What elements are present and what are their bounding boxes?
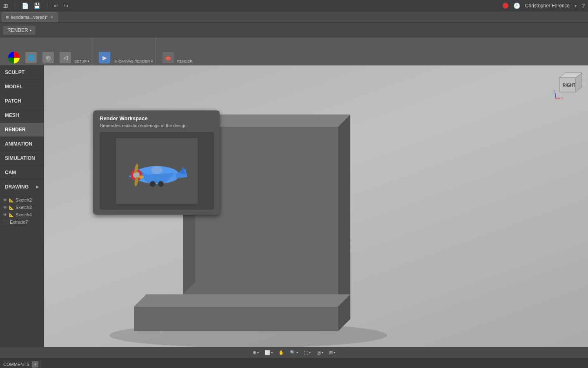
move-tool-btn[interactable]: ⊕ ▾ (251, 349, 261, 356)
svg-marker-5 (134, 294, 350, 307)
bottom-toolbar: ⊕ ▾ ⬜ ▾ ✋ 🔍 ▾ ⛶ ▾ 🖥 ▾ ⊞ ▾ (0, 347, 588, 358)
render-tool[interactable]: 🫖 (160, 50, 176, 65)
eye-icon-sketch4: 👁 (3, 213, 7, 217)
user-arrow[interactable]: ▾ (575, 4, 577, 8)
tree-section: 👁 📐 Sketch2 👁 📐 Sketch3 👁 📐 Sketch4 ⬛ Ex… (0, 194, 44, 226)
grid-icon[interactable]: ⊞ (3, 2, 8, 9)
sidebar-item-drawing[interactable]: DRAWING ▶ (0, 180, 44, 194)
sidebar-item-sculpt[interactable]: SCULPT (0, 65, 44, 80)
mesh-label: MESH (5, 112, 19, 118)
sketch-icon-sketch4: 📐 (9, 213, 14, 217)
eye-icon-sketch2: 👁 (3, 198, 7, 202)
display-icon: 🖥 (316, 350, 321, 355)
sidebar-item-mesh[interactable]: MESH (0, 108, 44, 123)
fit-icon: ⛶ (304, 350, 308, 355)
tooltip-title: Render Workspace (100, 115, 213, 121)
sidebar-item-render[interactable]: RENDER (0, 123, 44, 137)
sidebar-item-patch[interactable]: PATCH (0, 94, 44, 108)
fit-tool-btn[interactable]: ⛶ ▾ (302, 350, 312, 356)
tree-row-sketch3[interactable]: 👁 📐 Sketch3 (0, 204, 44, 211)
workspace-selector[interactable]: RENDER ▾ (3, 26, 36, 35)
display-arrow[interactable]: ▾ (322, 351, 323, 355)
extrude7-label: Extrude7 (10, 220, 28, 224)
frame-tool-btn[interactable]: ⬜ ▾ (263, 349, 274, 356)
viewcube[interactable]: RIGHT Z X (551, 70, 584, 102)
pan-icon: ✋ (278, 350, 284, 355)
environment-tool[interactable]: ◎ (40, 50, 56, 65)
topbar-right: 🕐 Christopher Ference ▾ ? (503, 2, 585, 9)
topbar-sep2 (47, 2, 47, 9)
render-icon: 🫖 (163, 52, 174, 63)
incanvas-tool[interactable]: ▶ (96, 50, 113, 65)
scene-icon: 🌐 (25, 52, 37, 63)
file-icon[interactable]: 📄 (22, 2, 29, 9)
topbar-sep (15, 2, 15, 9)
add-comment-btn[interactable]: + (32, 361, 38, 368)
help-icon[interactable]: ? (581, 2, 585, 9)
plus-icon: + (34, 361, 37, 367)
move-icon: ⊕ (253, 350, 256, 355)
grid-arrow[interactable]: ▾ (334, 351, 335, 355)
tree-row-sketch4[interactable]: 👁 📐 Sketch4 (0, 211, 44, 218)
record-indicator (503, 3, 508, 9)
tree-row-extrude7[interactable]: ⬛ Extrude7 (0, 218, 44, 226)
move-arrow[interactable]: ▾ (257, 351, 259, 355)
drawing-arrow: ▶ (36, 185, 39, 189)
clock-icon[interactable]: 🕐 (513, 2, 520, 9)
sidebar-item-cam[interactable]: CAM (0, 166, 44, 180)
grid-icon-bt: ⊞ (329, 350, 333, 355)
drawing-label: DRAWING (5, 184, 29, 190)
comments-section: COMMENTS + (3, 361, 38, 368)
svg-marker-4 (134, 307, 338, 331)
incanvas-icon: ▶ (99, 52, 110, 63)
svg-point-28 (158, 181, 164, 187)
zoom-arrow[interactable]: ▾ (296, 351, 298, 355)
workspace-arrow: ▾ (30, 29, 31, 32)
tooltip-image (100, 132, 214, 210)
svg-marker-3 (338, 114, 350, 315)
sculpt-label: SCULPT (5, 70, 24, 75)
zoom-tool-btn[interactable]: 🔍 ▾ (288, 349, 300, 356)
topbar: ⊞ 📄 💾 ↩ ↪ 🕐 Christopher Ference ▾ ? (0, 0, 588, 11)
tooltip-description: Generates realistic renderings of the de… (100, 123, 213, 128)
environment-icon: ◎ (42, 52, 54, 63)
statusbar: COMMENTS + (0, 358, 588, 368)
appearance-tool[interactable] (6, 50, 22, 65)
texture-tool[interactable]: ◁ (57, 50, 74, 65)
sidebar-item-model[interactable]: MODEL (0, 80, 44, 94)
render-label: RENDER (177, 59, 193, 63)
sketch-icon-sketch3: 📐 (9, 205, 14, 210)
fit-arrow[interactable]: ▾ (309, 351, 311, 355)
grid-tool-btn[interactable]: ⊞ ▾ (327, 349, 337, 356)
tab-label: kendama...vered)* (11, 15, 48, 20)
toolbar-render-group: 🫖 RENDER (158, 38, 195, 65)
patch-label: PATCH (5, 98, 21, 104)
tab-close[interactable]: ✕ (50, 15, 53, 19)
display-tool-btn[interactable]: 🖥 ▾ (315, 350, 325, 356)
sidebar-item-animation[interactable]: ANIMATION (0, 137, 44, 151)
incanvas-label: IN-CANVAS RENDER ▾ (114, 59, 153, 63)
sketch3-label: Sketch3 (16, 205, 32, 210)
frame-arrow[interactable]: ▾ (271, 351, 273, 355)
tree-row-sketch2[interactable]: 👁 📐 Sketch2 (0, 196, 44, 204)
sidebar-item-simulation[interactable]: SIMULATION (0, 151, 44, 166)
pan-tool-btn[interactable]: ✋ (277, 349, 286, 356)
setup-label: SETUP ▾ (74, 59, 89, 63)
user-label[interactable]: Christopher Ference (525, 3, 570, 9)
model-label: MODEL (5, 84, 22, 90)
viewport[interactable]: RIGHT Z X Render Workspace Generates rea… (44, 65, 588, 347)
scene-tool[interactable]: 🌐 (23, 50, 39, 65)
toolbar: 🌐 ◎ ◁ SETUP ▾ ▶ IN-CANVAS RENDER ▾ 🫖 REN… (0, 38, 588, 65)
svg-point-27 (150, 181, 156, 187)
undo-icon[interactable]: ↩ (54, 2, 59, 9)
sidebar: SCULPT MODEL PATCH MESH RENDER ANIMATION… (0, 65, 44, 347)
redo-icon[interactable]: ↪ (64, 2, 69, 9)
svg-text:X: X (561, 96, 564, 100)
svg-point-26 (151, 166, 163, 174)
file-tab[interactable]: kendama...vered)* ✕ (2, 12, 58, 22)
svg-text:RIGHT: RIGHT (563, 83, 575, 88)
toolbar-appearance-group: 🌐 ◎ ◁ SETUP ▾ (3, 38, 92, 65)
simulation-label: SIMULATION (5, 155, 35, 161)
save-icon[interactable]: 💾 (33, 2, 40, 9)
cam-label: CAM (5, 170, 16, 175)
